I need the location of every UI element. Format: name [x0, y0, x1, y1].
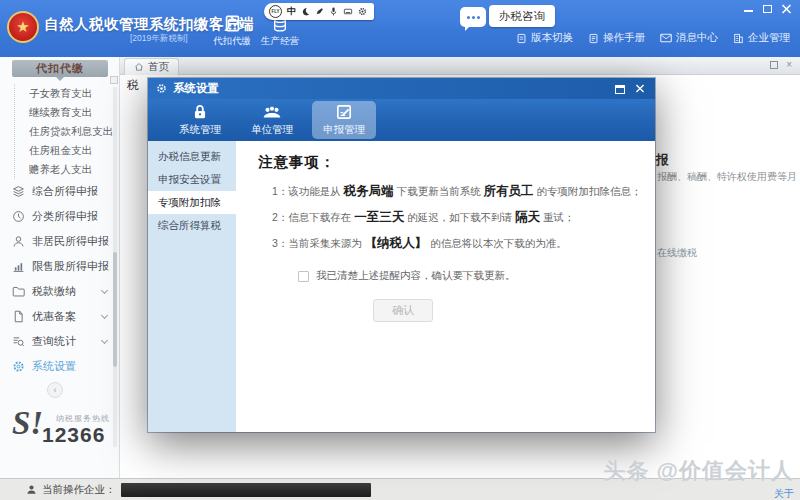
dialog-tab-unit-mgmt[interactable]: 单位管理 [240, 101, 304, 139]
tab-home-label: 首页 [148, 60, 169, 74]
close-icon[interactable] [781, 4, 792, 14]
document-icon [516, 33, 527, 44]
clock-icon [12, 210, 25, 223]
sidebar-item-elderly-support[interactable]: 赡养老人支出 [29, 160, 114, 179]
sidebar-item-comprehensive-income[interactable]: 综合所得申报 [0, 179, 119, 204]
dialog-tab-declare-mgmt[interactable]: 申报管理 [312, 101, 376, 139]
file-icon [12, 310, 25, 323]
minimize-icon[interactable] [743, 4, 754, 14]
menu-label: 综合所得申报 [32, 184, 98, 199]
about-link[interactable]: 关于 [774, 487, 794, 500]
deduction-submenu: 子女教育支出 继续教育支出 住房贷款利息支出 住房租金支出 赡养老人支出 [14, 84, 114, 179]
menu-label: 查询统计 [32, 334, 76, 349]
gear-icon[interactable] [358, 7, 367, 16]
keyboard-icon[interactable] [343, 7, 353, 16]
dialog-tab-label: 申报管理 [323, 123, 365, 137]
menu-label: 限售股所得申报 [32, 259, 109, 274]
nav-item-special-deduction[interactable]: 专项附加扣除 [148, 191, 236, 214]
confirm-button[interactable]: 确认 [373, 299, 433, 322]
mic-icon[interactable] [329, 7, 338, 16]
menu-label: 系统设置 [32, 359, 76, 374]
dialog-controls [615, 83, 645, 95]
sidebar-menu: 综合所得申报 分类所得申报 非居民所得申报 限售股所得申报 税款缴纳 优 [0, 179, 119, 379]
dialog-titlebar: 系统设置 [148, 78, 655, 99]
message-center-label: 消息中心 [676, 31, 718, 45]
dialog-tabs: 系统管理 单位管理 申报管理 [148, 99, 655, 141]
dialog-tab-system-mgmt[interactable]: 系统管理 [168, 101, 232, 139]
nav-item-declare-security[interactable]: 申报安全设置 [148, 168, 236, 191]
ime-logo[interactable]: FLY [269, 5, 282, 18]
sidebar: 代扣代缴 子女教育支出 继续教育支出 住房贷款利息支出 住房租金支出 赡养老人支… [0, 57, 120, 478]
sidebar-item-housing-rent[interactable]: 住房租金支出 [29, 141, 114, 160]
mode-withholding-button[interactable]: 代扣代缴 [208, 14, 256, 52]
notice-line-1: 1：该功能是从 税务局端 下载更新当前系统 所有员工 的专项附加扣除信息； [272, 183, 642, 200]
pen-icon[interactable] [315, 7, 324, 16]
sidebar-item-tax-payment[interactable]: 税款缴纳 [0, 279, 119, 304]
sidebar-tab-withholding[interactable]: 代扣代缴 [12, 60, 108, 77]
sidebar-collapse-button[interactable]: ‹ [47, 382, 63, 398]
building-icon [733, 33, 744, 44]
chevron-down-icon [101, 287, 108, 294]
calculator-icon [223, 14, 242, 33]
dialog-side-nav: 办税信息更新 申报安全设置 专项附加扣除 综合所得算税 [148, 141, 236, 432]
ime-language-toggle[interactable]: 中 [287, 5, 296, 18]
tax-consult-button[interactable]: 办税咨询 [489, 5, 555, 27]
chevron-down-icon [101, 312, 108, 319]
sidebar-item-query-statistics[interactable]: 查询统计 [0, 329, 119, 354]
home-icon [134, 62, 144, 72]
dialog-close-icon[interactable] [635, 83, 645, 95]
mode-production-button[interactable]: 生产经营 [256, 16, 304, 54]
sidebar-item-child-education[interactable]: 子女教育支出 [29, 84, 114, 103]
gear-icon [156, 83, 167, 94]
moon-icon[interactable] [301, 7, 310, 16]
inner-maximize-icon[interactable] [770, 61, 778, 69]
current-enterprise-label: 当前操作企业： [42, 483, 116, 497]
version-switch-label: 版本切换 [531, 31, 573, 45]
book-icon [588, 33, 599, 44]
sidebar-item-restricted-shares[interactable]: 限售股所得申报 [0, 254, 119, 279]
hotline-logo: S! [12, 405, 43, 442]
inner-close-icon[interactable]: × [786, 61, 792, 69]
sidebar-item-continue-education[interactable]: 继续教育支出 [29, 103, 114, 122]
app-window: ★ 自然人税收管理系统扣缴客户端 [2019年新税制] 代扣代缴 生产经营 FL… [0, 0, 800, 500]
nav-item-tax-info-update[interactable]: 办税信息更新 [148, 145, 236, 168]
message-center-link[interactable]: 消息中心 [660, 31, 718, 45]
window-controls [743, 4, 792, 14]
gear-icon [12, 360, 25, 373]
dialog-tab-label: 系统管理 [179, 123, 221, 137]
menu-label: 非居民所得申报 [32, 234, 109, 249]
dialog-restore-icon[interactable] [615, 85, 625, 94]
sidebar-item-housing-loan[interactable]: 住房贷款利息支出 [29, 122, 114, 141]
users-icon [262, 103, 282, 121]
enterprise-mgmt-link[interactable]: 企业管理 [733, 31, 790, 45]
ime-toolbar[interactable]: FLY 中 [264, 3, 374, 20]
notice-line-2: 2：信息下载存在 一至三天 的延迟，如下载不到请 隔天 重试； [272, 209, 575, 226]
enterprise-mgmt-label: 企业管理 [748, 31, 790, 45]
sidebar-item-preferential-filing[interactable]: 优惠备案 [0, 304, 119, 329]
tab-home[interactable]: 首页 [124, 58, 179, 75]
confirm-checkbox-label[interactable]: 我已清楚上述提醒内容，确认要下载更新。 [316, 269, 516, 283]
person-icon [12, 235, 25, 248]
national-emblem-logo: ★ [7, 11, 39, 43]
notice-line-3: 3：当前采集来源为 【纳税人】 的信息将以本次下载的为准。 [272, 235, 567, 252]
redacted-enterprise-name [121, 483, 371, 497]
sidebar-item-system-settings[interactable]: 系统设置 [0, 354, 119, 379]
background-fragment-desc: 报酬、稿酬、特许权使用费等月 [657, 170, 797, 184]
watermark-text: 头条 @价值会计人 [603, 456, 794, 486]
sidebar-item-classified-income[interactable]: 分类所得申报 [0, 204, 119, 229]
maximize-icon[interactable] [762, 4, 773, 14]
sidebar-item-nonresident-income[interactable]: 非居民所得申报 [0, 229, 119, 254]
search-list-icon [12, 335, 25, 348]
manual-link[interactable]: 操作手册 [588, 31, 645, 45]
app-header: ★ 自然人税收管理系统扣缴客户端 [2019年新税制] 代扣代缴 生产经营 FL… [0, 0, 800, 57]
scroll-up-button[interactable] [110, 76, 118, 84]
bar-chart-icon [12, 260, 25, 273]
dialog-title: 系统设置 [173, 81, 219, 96]
nav-item-comprehensive-tax-calc[interactable]: 综合所得算税 [148, 214, 236, 237]
mode-withholding-label: 代扣代缴 [213, 35, 251, 48]
mode-production-label: 生产经营 [261, 35, 299, 48]
hotline-number: 12366 [42, 423, 105, 447]
folder-icon [12, 285, 25, 298]
version-switch-link[interactable]: 版本切换 [516, 31, 573, 45]
confirm-checkbox[interactable] [298, 271, 309, 282]
